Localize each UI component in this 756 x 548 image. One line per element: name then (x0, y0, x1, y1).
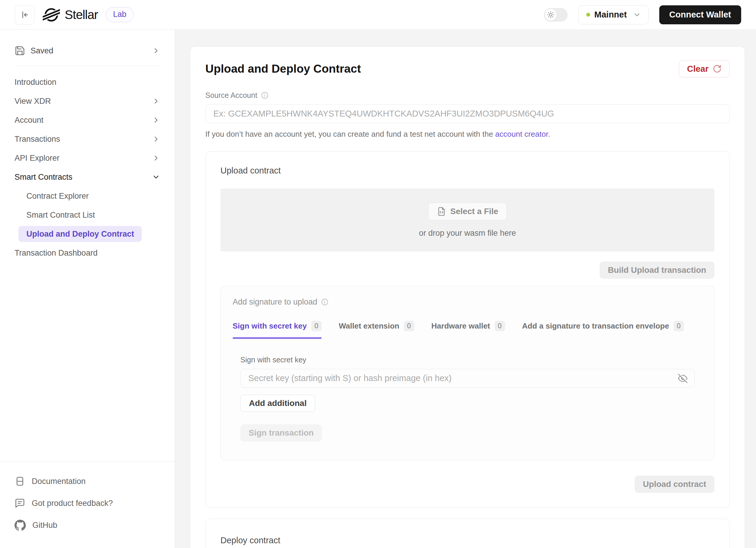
sidebar: Saved Introduction View XDR Account Tran… (0, 30, 175, 548)
secret-key-input[interactable] (240, 369, 695, 387)
sidebar-item-label: Transaction Dashboard (15, 249, 98, 258)
tab-count-badge: 0 (311, 321, 322, 331)
book-icon (15, 476, 25, 487)
network-status-dot (586, 13, 590, 17)
sidebar-item-label: Got product feedback? (32, 499, 113, 508)
add-signature-title: Add signature to upload (233, 297, 317, 306)
sidebar-item-label: Account (15, 116, 44, 125)
theme-toggle[interactable] (544, 8, 568, 22)
build-upload-transaction-button[interactable]: Build Upload transaction (600, 262, 714, 279)
sidebar-item-label: Introduction (15, 78, 56, 87)
message-icon (15, 498, 25, 509)
tab-label: Add a signature to transaction envelope (522, 321, 669, 331)
sidebar-item-label: Transactions (15, 135, 60, 144)
toggle-visibility-button[interactable] (678, 374, 687, 383)
info-icon[interactable] (321, 298, 329, 306)
chevron-right-icon (152, 135, 160, 143)
sidebar-item-documentation[interactable]: Documentation (15, 470, 160, 492)
tab-count-badge: 0 (404, 321, 414, 331)
sidebar-item-label: GitHub (32, 521, 57, 530)
add-additional-button[interactable]: Add additional (240, 395, 315, 412)
upload-deploy-page-card: Upload and Deploy Contract Clear Source … (190, 46, 745, 548)
file-code-icon (437, 207, 446, 216)
top-header: Stellar Lab Mainnet Connect Wallet (0, 0, 756, 30)
tab-wallet-extension[interactable]: Wallet extension 0 (339, 321, 414, 339)
select-file-button[interactable]: Select a File (428, 203, 507, 220)
upload-contract-card: Upload contract Select a File or drop yo… (205, 151, 730, 508)
tab-count-badge: 0 (495, 321, 505, 331)
save-icon (15, 45, 25, 56)
sign-with-secret-key-label: Sign with secret key (240, 355, 695, 364)
sign-transaction-button[interactable]: Sign transaction (240, 424, 322, 441)
sidebar-item-label: Contract Explorer (26, 192, 89, 201)
account-creator-link[interactable]: account creator (495, 130, 548, 139)
sidebar-item-contract-explorer[interactable]: Contract Explorer (15, 187, 160, 206)
wasm-dropzone[interactable]: Select a File or drop your wasm file her… (220, 189, 714, 252)
info-icon[interactable] (261, 91, 269, 99)
stellar-logo-icon (43, 6, 60, 23)
chevron-right-icon (152, 97, 160, 105)
sidebar-item-github[interactable]: GitHub (15, 514, 160, 536)
sidebar-collapse-button[interactable] (15, 5, 34, 25)
sidebar-item-introduction[interactable]: Introduction (15, 73, 160, 92)
add-signature-card: Add signature to upload Sign with secret… (220, 286, 714, 460)
connect-wallet-button[interactable]: Connect Wallet (659, 5, 741, 24)
sun-icon (547, 11, 555, 19)
sidebar-item-label: Saved (31, 46, 53, 55)
upload-contract-button[interactable]: Upload contract (635, 476, 714, 493)
signature-tabs: Sign with secret key 0 Wallet extension … (233, 321, 702, 339)
chevron-right-icon (152, 47, 160, 55)
sidebar-item-smart-contracts[interactable]: Smart Contracts (15, 168, 160, 187)
tab-add-signature-to-envelope[interactable]: Add a signature to transaction envelope … (522, 321, 684, 339)
main-content: Upload and Deploy Contract Clear Source … (175, 30, 756, 548)
sidebar-item-label: View XDR (15, 97, 51, 106)
sidebar-item-label: Upload and Deploy Contract (26, 230, 134, 239)
brand-logo[interactable]: Stellar Lab (43, 6, 134, 23)
sign-with-secret-key-panel: Sign with secret key Add additional Sign… (240, 355, 695, 441)
chevron-down-icon (152, 173, 160, 181)
sidebar-item-smart-contract-list[interactable]: Smart Contract List (15, 206, 160, 225)
helper-prefix: If you don’t have an account yet, you ca… (205, 130, 495, 139)
sidebar-item-account[interactable]: Account (15, 111, 160, 130)
deploy-contract-card: Deploy contract (205, 519, 730, 548)
sidebar-item-view-xdr[interactable]: View XDR (15, 92, 160, 111)
tab-label: Sign with secret key (233, 321, 307, 331)
refresh-icon (713, 64, 722, 73)
sidebar-item-label: Smart Contracts (15, 173, 72, 182)
sidebar-item-api-explorer[interactable]: API Explorer (15, 149, 160, 168)
lab-badge: Lab (106, 7, 134, 22)
sidebar-item-label: API Explorer (15, 154, 60, 163)
source-account-input[interactable] (205, 104, 730, 123)
page-title: Upload and Deploy Contract (205, 62, 361, 75)
tab-label: Wallet extension (339, 321, 399, 331)
sidebar-item-label: Smart Contract List (26, 211, 95, 220)
chevron-down-icon (633, 11, 641, 19)
network-label: Mainnet (594, 10, 627, 20)
chevron-right-icon (152, 116, 160, 124)
sidebar-item-transactions[interactable]: Transactions (15, 130, 160, 149)
sidebar-item-saved[interactable]: Saved (15, 40, 160, 61)
tab-count-badge: 0 (674, 321, 684, 331)
sidebar-divider (15, 66, 160, 66)
sidebar-item-transaction-dashboard[interactable]: Transaction Dashboard (15, 244, 160, 263)
select-file-label: Select a File (450, 207, 498, 216)
drop-hint-text: or drop your wasm file here (419, 229, 516, 238)
tab-label: Hardware wallet (431, 321, 490, 331)
clear-button-label: Clear (687, 64, 709, 74)
sidebar-item-label: Documentation (32, 477, 86, 486)
sidebar-item-product-feedback[interactable]: Got product feedback? (15, 492, 160, 514)
helper-suffix: . (548, 130, 550, 139)
deploy-contract-heading: Deploy contract (220, 536, 714, 545)
tab-hardware-wallet[interactable]: Hardware wallet 0 (431, 321, 505, 339)
tab-sign-with-secret-key[interactable]: Sign with secret key 0 (233, 321, 322, 339)
source-account-label: Source Account (205, 91, 257, 100)
github-icon (15, 520, 26, 531)
network-selector[interactable]: Mainnet (578, 5, 649, 24)
source-account-helper: If you don’t have an account yet, you ca… (205, 130, 730, 139)
sidebar-item-upload-and-deploy-contract[interactable]: Upload and Deploy Contract (18, 226, 142, 242)
brand-name: Stellar (65, 8, 98, 22)
collapse-sidebar-icon (20, 10, 30, 20)
eye-off-icon (678, 374, 687, 383)
upload-contract-heading: Upload contract (220, 166, 714, 176)
clear-button[interactable]: Clear (679, 60, 730, 77)
